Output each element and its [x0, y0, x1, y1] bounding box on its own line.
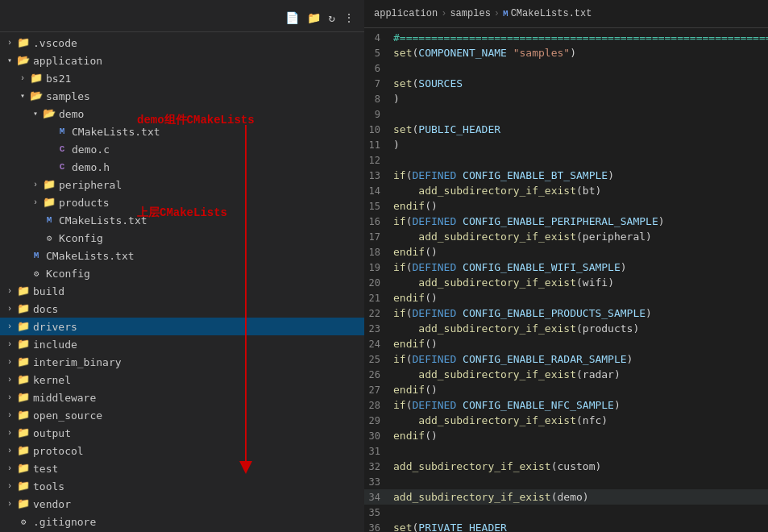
tree-item-vscode[interactable]: ›📁.vscode	[0, 34, 364, 52]
code-line-32: 32add_subdirectory_if_exist(custom)	[364, 459, 768, 474]
editor-area: application › samples › M CMakeLists.txt…	[364, 0, 768, 532]
tree-item-peripheral[interactable]: ›📁peripheral	[0, 176, 364, 193]
tree-item-tools[interactable]: ›📁tools	[0, 477, 364, 495]
file-icon-cmakelists-app: M	[29, 251, 44, 260]
tree-item-bs21[interactable]: ›📁bs21	[0, 69, 364, 87]
line-number-14: 14	[364, 185, 393, 197]
tree-label-include: include	[33, 339, 77, 351]
code-line-21: 21endif()	[364, 290, 768, 305]
code-line-16: 16if(DEFINED CONFIG_ENABLE_PERIPHERAL_SA…	[364, 214, 768, 229]
file-icon-products: 📁	[42, 196, 56, 209]
tree-item-gitignore[interactable]: ⚙.gitignore	[0, 513, 364, 530]
line-content-19: if(DEFINED CONFIG_ENABLE_WIFI_SAMPLE)	[393, 261, 760, 273]
tree-label-test: test	[33, 463, 58, 475]
code-line-26: 26 add_subdirectory_if_exist(radar)	[364, 367, 768, 382]
tree-label-docs: docs	[33, 303, 58, 315]
file-icon-peripheral: 📁	[42, 178, 56, 191]
tree-item-middleware[interactable]: ›📁middleware	[0, 389, 364, 406]
tree-item-samples[interactable]: ▾📂samples	[0, 87, 364, 105]
line-content-17: add_subdirectory_if_exist(peripheral)	[393, 231, 760, 243]
line-content-4: #=======================================…	[393, 31, 768, 44]
file-icon-vscode: 📁	[16, 36, 31, 49]
tree-item-cmakelists-app[interactable]: MCMakeLists.txt	[0, 247, 364, 264]
file-icon-cmakelists-demo: M	[55, 127, 69, 136]
tree-item-application[interactable]: ▾📂application	[0, 52, 364, 69]
line-number-11: 11	[364, 139, 393, 151]
code-line-13: 13if(DEFINED CONFIG_ENABLE_BT_SAMPLE)	[364, 168, 768, 183]
tree-item-cmakelists-demo[interactable]: MCMakeLists.txt	[0, 123, 364, 140]
tree-item-docs[interactable]: ›📁docs	[0, 300, 364, 318]
collapse-icon[interactable]: ⋮	[340, 10, 358, 27]
chevron-middleware: ›	[3, 393, 16, 402]
chevron-application: ▾	[3, 56, 16, 65]
chevron-samples: ▾	[16, 91, 29, 101]
new-file-icon[interactable]: 📄	[282, 10, 302, 27]
tree-item-kconfig-app[interactable]: ⚙Kconfig	[0, 264, 364, 282]
code-line-34: 34add_subdirectory_if_exist(demo)	[364, 489, 768, 505]
chevron-drivers: ›	[3, 322, 16, 331]
code-line-22: 22if(DEFINED CONFIG_ENABLE_PRODUCTS_SAMP…	[364, 305, 768, 321]
line-number-24: 24	[364, 339, 393, 350]
tree-item-vendor[interactable]: ›📁vendor	[0, 495, 364, 513]
file-icon-gitignore: ⚙	[16, 517, 31, 527]
tree-label-build: build	[33, 285, 64, 297]
tree-item-include[interactable]: ›📁include	[0, 335, 364, 353]
chevron-vendor: ›	[3, 500, 16, 509]
refresh-icon[interactable]: ↻	[326, 10, 338, 27]
breadcrumb-icon-m: M	[503, 9, 509, 19]
tree-item-demo[interactable]: ▾📂demo	[0, 105, 364, 123]
tree-item-cmakelists-samples[interactable]: MCMakeLists.txt	[0, 211, 364, 229]
tree-item-demo-c[interactable]: Cdemo.c	[0, 140, 364, 158]
breadcrumb-file: CMakeLists.txt	[511, 8, 592, 19]
tree-item-build[interactable]: ›📁build	[0, 282, 364, 300]
line-number-31: 31	[364, 446, 393, 457]
line-content-14: add_subdirectory_if_exist(bt)	[393, 185, 760, 197]
file-icon-bs21: 📁	[29, 72, 44, 85]
tree-item-interim_binary[interactable]: ›📁interim_binary	[0, 353, 364, 371]
tree-label-products: products	[59, 197, 110, 209]
code-line-10: 10set(PUBLIC_HEADER	[364, 122, 768, 137]
tree-label-demo-c: demo.c	[72, 143, 110, 156]
tree-item-products[interactable]: ›📁products	[0, 193, 364, 211]
chevron-bs21: ›	[16, 74, 29, 83]
line-number-19: 19	[364, 262, 393, 273]
new-folder-icon[interactable]: 📁	[304, 10, 324, 27]
code-line-20: 20 add_subdirectory_if_exist(wifi)	[364, 275, 768, 290]
line-content-16: if(DEFINED CONFIG_ENABLE_PERIPHERAL_SAMP…	[393, 215, 760, 227]
line-content-8: )	[393, 93, 760, 105]
breadcrumb-application[interactable]: application	[374, 8, 438, 19]
line-content-22: if(DEFINED CONFIG_ENABLE_PRODUCTS_SAMPLE…	[393, 307, 760, 319]
breadcrumb-samples[interactable]: samples	[450, 8, 490, 19]
tree-label-vscode: .vscode	[33, 37, 77, 49]
line-number-27: 27	[364, 384, 393, 396]
tree-label-demo-h: demo.h	[72, 161, 110, 173]
line-content-11: )	[393, 139, 760, 151]
chevron-include: ›	[3, 340, 16, 349]
tree-item-test[interactable]: ›📁test	[0, 459, 364, 477]
tree-item-output[interactable]: ›📁output	[0, 424, 364, 442]
tree-item-protocol[interactable]: ›📁protocol	[0, 442, 364, 459]
tree-item-kconfig-samples[interactable]: ⚙Kconfig	[0, 229, 364, 247]
tree-label-open_source: open_source	[33, 409, 102, 422]
file-icon-middleware: 📁	[16, 391, 31, 404]
line-content-20: add_subdirectory_if_exist(wifi)	[393, 276, 760, 289]
file-icon-kconfig-samples: ⚙	[42, 233, 56, 243]
chevron-test: ›	[3, 464, 16, 473]
tree-item-demo-h[interactable]: Cdemo.h	[0, 158, 364, 176]
code-line-28: 28if(DEFINED CONFIG_ENABLE_NFC_SAMPLE)	[364, 397, 768, 413]
code-line-27: 27endif()	[364, 382, 768, 397]
file-icon-samples: 📂	[29, 89, 44, 102]
chevron-peripheral: ›	[29, 181, 42, 189]
tree-item-open_source[interactable]: ›📁open_source	[0, 406, 364, 424]
tree-item-kernel[interactable]: ›📁kernel	[0, 371, 364, 389]
file-icon-protocol: 📁	[16, 444, 31, 457]
tree-label-kconfig-app: Kconfig	[46, 268, 90, 280]
line-number-20: 20	[364, 277, 393, 289]
code-line-9: 9	[364, 106, 768, 122]
tree-label-middleware: middleware	[33, 392, 96, 404]
line-number-12: 12	[364, 155, 393, 166]
tree-item-drivers[interactable]: ›📁drivers	[0, 318, 364, 335]
line-number-36: 36	[364, 522, 393, 533]
code-line-33: 33	[364, 474, 768, 489]
line-content-29: add_subdirectory_if_exist(nfc)	[393, 414, 760, 426]
